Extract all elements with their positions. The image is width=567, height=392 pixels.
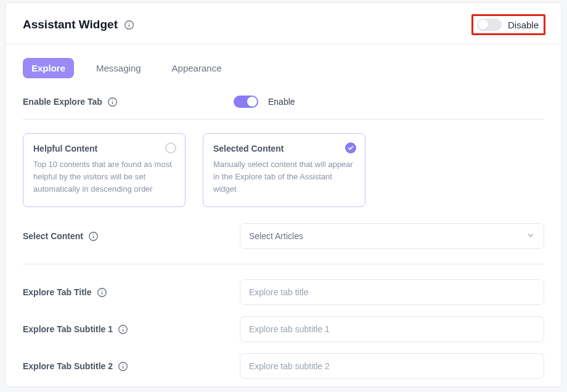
select-content-row: Select Content Select Articles (23, 223, 544, 249)
main-toggle[interactable] (477, 18, 502, 31)
svg-point-11 (101, 290, 102, 291)
explore-subtitle2-row: Explore Tab Subtitle 2 (23, 353, 544, 379)
explore-subtitle1-field-area (240, 316, 544, 342)
svg-point-5 (112, 99, 113, 100)
explore-subtitle2-label: Explore Tab Subtitle 2 (23, 361, 113, 371)
enable-explore-toggle-label: Enable (268, 97, 295, 107)
info-icon[interactable] (124, 20, 134, 30)
card-description: Top 10 contents that are found as most h… (33, 158, 175, 195)
main-toggle-label: Disable (508, 20, 539, 30)
svg-point-17 (123, 364, 124, 365)
info-icon[interactable] (88, 231, 99, 242)
card-description: Manually select content that will appear… (213, 158, 355, 195)
explore-title-label-area: Explore Tab Title (23, 287, 240, 298)
explore-title-field-area (240, 279, 544, 305)
assistant-widget-panel: Assistant Widget Disable Explore Messagi… (5, 2, 562, 387)
svg-point-2 (129, 22, 130, 23)
explore-subtitle1-input[interactable] (240, 316, 544, 342)
select-content-label-area: Select Content (23, 231, 240, 242)
select-content-label: Select Content (23, 231, 83, 241)
select-placeholder: Select Articles (249, 231, 303, 241)
enable-explore-label-area: Enable Explore Tab (23, 97, 240, 107)
explore-subtitle1-label: Explore Tab Subtitle 1 (23, 324, 113, 334)
explore-subtitle1-row: Explore Tab Subtitle 1 (23, 316, 544, 342)
enable-explore-toggle-area: Enable (234, 96, 544, 108)
select-articles-dropdown[interactable]: Select Articles (240, 223, 544, 249)
enable-explore-label: Enable Explore Tab (23, 97, 102, 107)
tab-explore[interactable]: Explore (23, 58, 74, 78)
explore-title-row: Explore Tab Title (23, 279, 544, 305)
tab-messaging[interactable]: Messaging (88, 58, 150, 78)
panel-body: Explore Messaging Appearance Enable Expl… (6, 44, 561, 387)
svg-point-14 (123, 327, 124, 328)
info-icon[interactable] (118, 324, 128, 335)
explore-title-label: Explore Tab Title (23, 287, 92, 297)
divider (23, 119, 544, 120)
main-toggle-container: Disable (471, 14, 545, 35)
tabs: Explore Messaging Appearance (23, 58, 544, 78)
card-selected-content[interactable]: Selected Content Manually select content… (203, 133, 365, 207)
tab-appearance[interactable]: Appearance (163, 58, 230, 78)
select-content-field-area: Select Articles (240, 223, 544, 249)
info-icon[interactable] (118, 361, 128, 372)
explore-subtitle2-field-area (240, 353, 544, 379)
panel-header: Assistant Widget Disable (6, 3, 561, 44)
toggle-knob (478, 20, 488, 30)
explore-subtitle1-label-area: Explore Tab Subtitle 1 (23, 324, 240, 335)
chevron-down-icon (526, 231, 535, 242)
card-title: Helpful Content (33, 144, 175, 153)
content-mode-cards: Helpful Content Top 10 contents that are… (23, 133, 544, 207)
header-left: Assistant Widget (23, 18, 134, 31)
explore-subtitle2-label-area: Explore Tab Subtitle 2 (23, 361, 240, 372)
radio-unchecked-icon (165, 142, 176, 153)
card-helpful-content[interactable]: Helpful Content Top 10 contents that are… (23, 133, 186, 207)
divider (23, 264, 544, 264)
card-title: Selected Content (213, 144, 355, 153)
page-title: Assistant Widget (23, 18, 118, 31)
info-icon[interactable] (97, 287, 107, 298)
toggle-knob (247, 97, 257, 107)
enable-explore-row: Enable Explore Tab Enable (23, 96, 544, 108)
svg-point-8 (93, 234, 94, 235)
radio-checked-icon (345, 142, 356, 153)
explore-subtitle2-input[interactable] (240, 353, 544, 379)
info-icon[interactable] (107, 97, 118, 107)
explore-title-input[interactable] (240, 279, 544, 305)
enable-explore-toggle[interactable] (234, 96, 258, 108)
